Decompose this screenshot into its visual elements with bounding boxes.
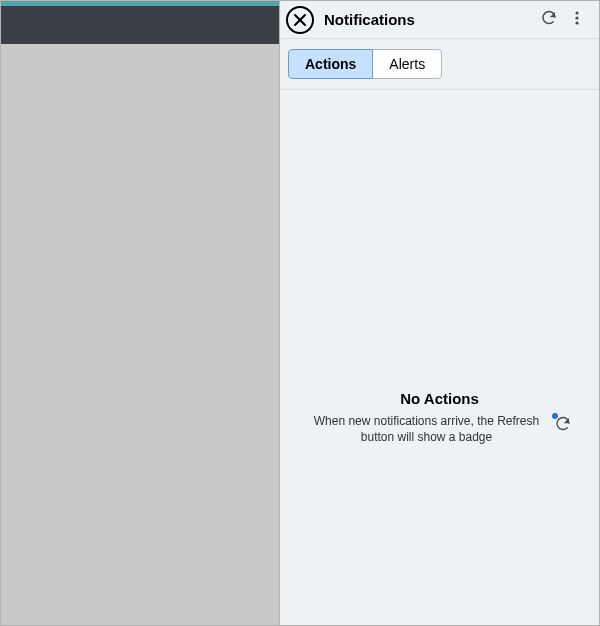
- panel-title: Notifications: [324, 11, 535, 28]
- svg-point-3: [575, 16, 578, 19]
- app-viewport: Notifications: [0, 0, 600, 626]
- refresh-icon: [554, 419, 572, 436]
- panel-content: No Actions When new notifications arrive…: [280, 90, 599, 625]
- empty-state-row: When new notifications arrive, the Refre…: [294, 413, 585, 445]
- notifications-panel: Notifications: [279, 1, 599, 625]
- empty-state-title: No Actions: [294, 390, 585, 407]
- tab-label: Alerts: [389, 56, 425, 72]
- svg-point-4: [575, 21, 578, 24]
- refresh-badge-illustration: [553, 415, 573, 435]
- refresh-button[interactable]: [535, 6, 563, 34]
- left-background-pane: [1, 1, 279, 625]
- empty-state: No Actions When new notifications arrive…: [280, 390, 599, 445]
- tab-alerts[interactable]: Alerts: [372, 49, 442, 79]
- badge-dot: [552, 413, 558, 419]
- svg-point-2: [575, 11, 578, 14]
- empty-state-description: When new notifications arrive, the Refre…: [307, 413, 547, 445]
- tab-row: Actions Alerts: [280, 39, 599, 90]
- kebab-menu-icon: [569, 10, 585, 30]
- tab-label: Actions: [305, 56, 356, 72]
- panel-header: Notifications: [280, 1, 599, 39]
- close-button[interactable]: [286, 6, 314, 34]
- refresh-icon: [540, 9, 558, 31]
- top-bar: [1, 6, 279, 44]
- more-options-button[interactable]: [563, 6, 591, 34]
- close-icon: [293, 13, 307, 27]
- tab-actions[interactable]: Actions: [288, 49, 373, 79]
